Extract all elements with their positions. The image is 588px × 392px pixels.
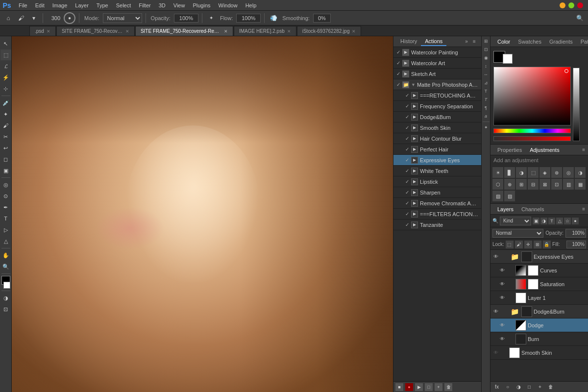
eye-icon-4[interactable]: 👁 bbox=[499, 295, 506, 300]
brush-tool-btn[interactable]: 🖌 bbox=[16, 13, 26, 24]
pen-tool[interactable]: ✒ bbox=[0, 202, 11, 213]
props-panel-menu[interactable]: ≡ bbox=[582, 147, 585, 152]
shape-tool[interactable]: △ bbox=[0, 236, 11, 246]
action-smooth-skin[interactable]: ✓ ▶ Smooth Skin bbox=[393, 122, 481, 133]
adj-brightness[interactable]: ☀ bbox=[492, 167, 503, 178]
minimize-button[interactable] bbox=[560, 2, 565, 8]
action-sharpen[interactable]: ✓ ▶ Sharpen bbox=[393, 187, 481, 198]
add-mask-btn[interactable]: ○ bbox=[503, 383, 512, 392]
path-select-tool[interactable]: ▷ bbox=[0, 224, 11, 235]
action-white-teeth[interactable]: ✓ ▶ White Teeth bbox=[393, 166, 481, 176]
layer-saturation[interactable]: 👁 Saturation bbox=[490, 277, 588, 291]
fill-value-input[interactable] bbox=[566, 241, 586, 248]
actions-menu-icon[interactable]: ≡ bbox=[470, 38, 478, 46]
rv-btn-7[interactable]: T bbox=[482, 87, 490, 95]
airbrush-btn[interactable]: 💨 bbox=[268, 13, 279, 24]
filter-shape[interactable]: △ bbox=[556, 218, 563, 224]
rv-btn-3[interactable]: ◉ bbox=[482, 54, 490, 62]
lock-position[interactable]: ✛ bbox=[524, 241, 532, 248]
action-watercolor-art[interactable]: ✓ ▶ Watercolor Art bbox=[393, 58, 481, 69]
add-fx-btn[interactable]: fx bbox=[492, 383, 501, 392]
lock-transparent[interactable]: ⬚ bbox=[506, 241, 514, 248]
action-hair-contour[interactable]: ✓ ▶ Hair Contour Blur bbox=[393, 133, 481, 144]
menu-filter[interactable]: Filter bbox=[135, 1, 154, 9]
action-perfect-hair[interactable]: ✓ ▶ Perfect Hair bbox=[393, 144, 481, 155]
adj-threshold[interactable]: ⊡ bbox=[551, 179, 562, 190]
menu-edit[interactable]: Edit bbox=[31, 1, 49, 9]
eye-icon-5[interactable]: 👁 bbox=[492, 309, 499, 314]
layers-tab[interactable]: Layers bbox=[493, 205, 517, 213]
action-tanzanite[interactable]: ✓ ▶ Tanzanite bbox=[393, 220, 481, 230]
rv-btn-6[interactable]: ⊿ bbox=[482, 79, 490, 87]
blur-tool[interactable]: ◎ bbox=[0, 179, 11, 190]
brush-tool[interactable]: 🖌 bbox=[0, 120, 11, 131]
adj-hue-sat[interactable]: ⊛ bbox=[551, 167, 562, 178]
lock-pixels[interactable]: 🖌 bbox=[515, 241, 523, 248]
adj-levels[interactable]: ▊ bbox=[504, 167, 515, 178]
background-color[interactable] bbox=[3, 282, 10, 289]
move-tool[interactable]: ↖ bbox=[0, 38, 11, 49]
eraser-tool[interactable]: ◻ bbox=[0, 154, 11, 165]
lock-artboard[interactable]: ⊞ bbox=[534, 241, 541, 248]
tab-site-frame-2[interactable]: SITE FRAME_750-Recovered-Recovered-Recov… bbox=[135, 26, 233, 36]
home-button[interactable]: ⌂ bbox=[3, 13, 14, 24]
delete-action-btn[interactable]: 🗑 bbox=[444, 383, 452, 391]
filter-cc[interactable]: ● bbox=[572, 218, 579, 224]
adjustments-tab[interactable]: Adjustments bbox=[526, 146, 564, 154]
adj-bw[interactable]: ◑ bbox=[575, 167, 586, 178]
action-expressive-eyes[interactable]: ✓ ▶ Expressive Eyes bbox=[393, 155, 481, 166]
menu-file[interactable]: File bbox=[15, 1, 31, 9]
adj-extra-1[interactable]: ▧ bbox=[492, 191, 503, 201]
brush-picker-btn[interactable]: ● bbox=[64, 12, 75, 24]
menu-window[interactable]: Window bbox=[215, 1, 242, 9]
adj-invert[interactable]: ⊟ bbox=[528, 179, 539, 190]
action-filters[interactable]: ✓ ▶ ===FILTERS ACTIONS=== bbox=[393, 209, 481, 220]
delete-layer-btn[interactable]: 🗑 bbox=[546, 383, 555, 392]
adj-color-balance[interactable]: ◎ bbox=[563, 167, 574, 178]
gradients-tab[interactable]: Gradients bbox=[545, 38, 577, 46]
layer-dodgeburn-group[interactable]: 👁 📁 Dodge&Burn bbox=[490, 305, 588, 318]
eyedropper-tool[interactable]: 💉 bbox=[0, 98, 11, 108]
search-btn[interactable]: 🔍 bbox=[574, 13, 585, 24]
stop-btn[interactable]: ■ bbox=[395, 383, 403, 391]
eye-icon-3[interactable]: 👁 bbox=[499, 281, 506, 287]
adj-exposure[interactable]: ⬚ bbox=[528, 167, 539, 178]
action-retouching[interactable]: ✓ ▶ ===RETOUCHING ACTIO... bbox=[393, 90, 481, 101]
menu-image[interactable]: Image bbox=[49, 1, 72, 9]
patterns-tab[interactable]: Patterns bbox=[577, 38, 588, 46]
layer-burn[interactable]: 👁 Burn bbox=[490, 332, 588, 346]
layer-layer1[interactable]: 👁 Layer 1 bbox=[490, 291, 588, 305]
rect-select-tool[interactable]: ⬚ bbox=[0, 49, 11, 60]
color-tab[interactable]: Color bbox=[493, 38, 514, 46]
history-brush-tool[interactable]: ↩ bbox=[0, 143, 11, 153]
quick-select-tool[interactable]: ⚡ bbox=[0, 72, 11, 83]
adj-channel-mixer[interactable]: ⊕ bbox=[504, 179, 515, 190]
action-dodge-burn[interactable]: ✓ ▶ Dodge&Burn bbox=[393, 112, 481, 122]
actions-tab[interactable]: Actions bbox=[421, 37, 446, 46]
eye-icon-2[interactable]: 👁 bbox=[499, 268, 506, 273]
action-chromatic[interactable]: ✓ ▶ Remove Chromatic Aberra... bbox=[393, 198, 481, 209]
new-layer-btn[interactable]: + bbox=[536, 383, 544, 392]
adj-curves[interactable]: ◑ bbox=[516, 167, 527, 178]
background-swatch[interactable] bbox=[503, 54, 513, 64]
canvas-area[interactable] bbox=[12, 36, 393, 392]
pressure-btn[interactable]: ✦ bbox=[206, 13, 217, 24]
layer-smooth-skin[interactable]: 👁 Smooth Skin bbox=[490, 346, 588, 360]
type-tool[interactable]: T bbox=[0, 213, 11, 224]
eye-icon-7[interactable]: 👁 bbox=[499, 336, 506, 342]
layer-expressive-eyes-group[interactable]: 👁 📁 Expressive Eyes bbox=[490, 250, 588, 264]
new-group-btn[interactable]: □ bbox=[525, 383, 534, 392]
add-adj-btn[interactable]: ◑ bbox=[514, 383, 523, 392]
adj-gradient-map[interactable]: ▥ bbox=[563, 179, 574, 190]
layer-curves[interactable]: 👁 Curves bbox=[490, 264, 588, 277]
rv-btn-11[interactable]: ✦ bbox=[482, 123, 490, 131]
channels-tab[interactable]: Channels bbox=[517, 205, 548, 213]
layer-dodge[interactable]: 👁 Dodge bbox=[490, 318, 588, 332]
quick-mask-btn[interactable]: ◑ bbox=[0, 293, 11, 303]
rv-btn-4[interactable]: ↕ bbox=[482, 62, 490, 70]
rv-btn-2[interactable]: ⊡ bbox=[482, 46, 490, 53]
clone-tool[interactable]: ✂ bbox=[0, 131, 11, 142]
close-button[interactable] bbox=[577, 2, 583, 8]
layers-kind-select[interactable]: Kind Name Effect Mode Attribute Color bbox=[500, 217, 531, 225]
spot-heal-tool[interactable]: ✦ bbox=[0, 109, 11, 120]
